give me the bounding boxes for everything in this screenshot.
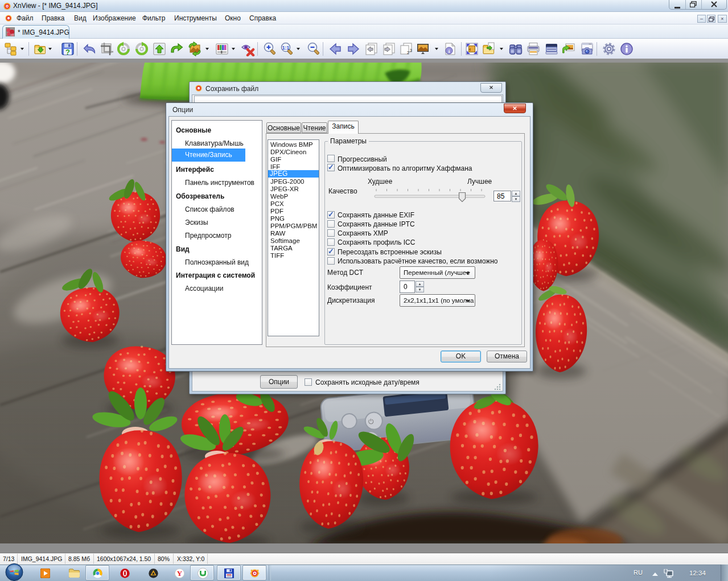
svg-text:?: ? xyxy=(65,48,70,56)
svg-text:3: 3 xyxy=(410,48,412,52)
svg-text:1:1: 1:1 xyxy=(282,45,290,51)
svg-text:⏻: ⏻ xyxy=(368,418,374,426)
svg-text:Y: Y xyxy=(177,569,183,578)
svg-text:2: 2 xyxy=(407,51,409,55)
